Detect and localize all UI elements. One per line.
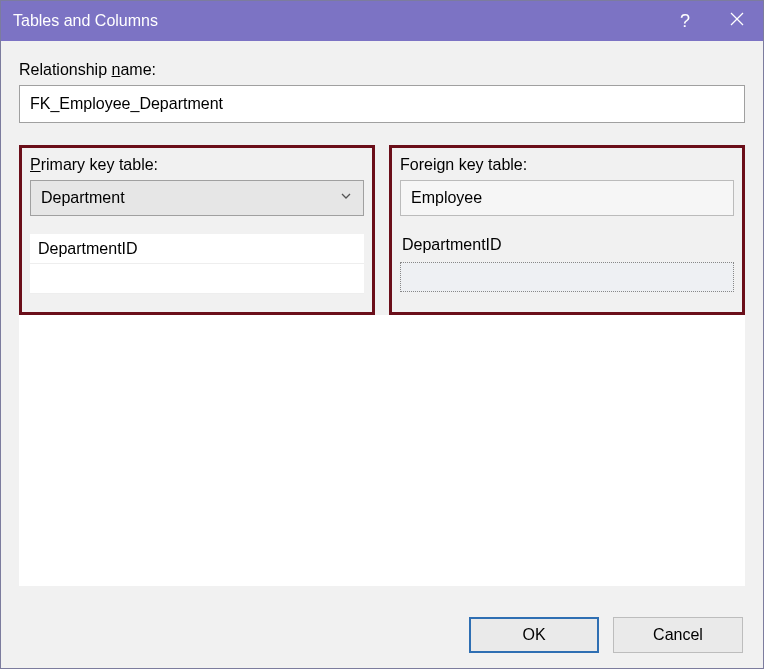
foreign-key-columns: DepartmentID	[400, 230, 734, 292]
primary-key-table-label: Primary key table:	[30, 156, 364, 174]
primary-key-table-selected: Department	[41, 189, 339, 207]
help-icon: ?	[680, 11, 690, 32]
cancel-button[interactable]: Cancel	[613, 617, 743, 653]
foreign-key-column-name: DepartmentID	[402, 236, 502, 254]
primary-key-table-dropdown[interactable]: Department	[30, 180, 364, 216]
dialog-window: Tables and Columns ? Relationship name: …	[0, 0, 764, 669]
foreign-key-column-row[interactable]: DepartmentID	[400, 230, 734, 260]
relationship-name-input[interactable]	[19, 85, 745, 123]
foreign-key-table-name: Employee	[400, 180, 734, 216]
close-button[interactable]	[711, 1, 763, 41]
primary-key-table-box: Primary key table: Department Department…	[19, 145, 375, 315]
primary-key-columns: DepartmentID	[30, 234, 364, 294]
window-title: Tables and Columns	[13, 12, 659, 30]
foreign-key-table-label: Foreign key table:	[400, 156, 734, 174]
primary-key-column-name: DepartmentID	[38, 240, 138, 258]
primary-key-column-row[interactable]: DepartmentID	[30, 234, 364, 264]
foreign-key-column-drop-cell[interactable]	[400, 262, 734, 292]
chevron-down-icon	[339, 189, 353, 207]
foreign-key-table-name-text: Employee	[411, 189, 482, 207]
tables-row: Primary key table: Department Department…	[19, 145, 745, 315]
help-button[interactable]: ?	[659, 1, 711, 41]
content-whitespace	[19, 315, 745, 586]
titlebar: Tables and Columns ?	[1, 1, 763, 41]
relationship-name-label: Relationship name:	[19, 61, 745, 79]
dialog-content: Relationship name: Primary key table: De…	[1, 41, 763, 602]
close-icon	[730, 12, 744, 30]
foreign-key-table-box: Foreign key table: Employee DepartmentID	[389, 145, 745, 315]
dialog-buttons: OK Cancel	[1, 602, 763, 668]
ok-button[interactable]: OK	[469, 617, 599, 653]
primary-key-column-empty-row[interactable]	[30, 264, 364, 294]
